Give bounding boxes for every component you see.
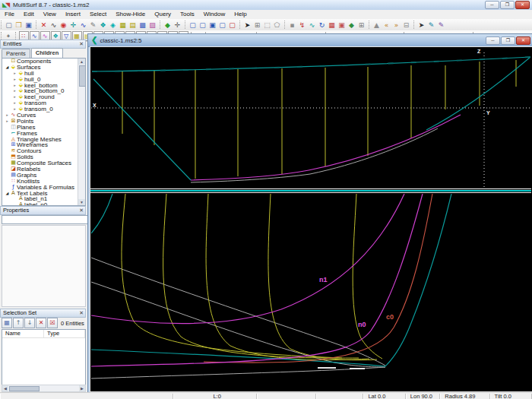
properties-panel-header[interactable]: Properties ✕	[0, 206, 86, 215]
minimize-button[interactable]: ─	[485, 1, 499, 9]
select-box-icon[interactable]: ⬚	[263, 21, 272, 30]
view-window-4-icon[interactable]: ▢	[218, 21, 227, 30]
close-icon[interactable]: ✕	[79, 207, 84, 214]
collapse-icon[interactable]: ◢	[5, 191, 10, 197]
select-arrow-icon[interactable]: ➤	[243, 21, 252, 30]
view-window-3-icon[interactable]: ▣	[208, 21, 217, 30]
edit-entity-icon[interactable]: ✎	[89, 21, 98, 30]
selection-hscrollbar[interactable]: ◀ ▶	[2, 385, 86, 392]
pane-divider[interactable]	[90, 188, 531, 194]
insert-mesh-icon[interactable]: ▦	[119, 21, 128, 30]
insert-bead-icon[interactable]: ✛	[69, 21, 78, 30]
stop-icon[interactable]: ⊟	[402, 21, 411, 30]
select-add-icon[interactable]: ⊞	[253, 21, 262, 30]
menu-insert[interactable]: Insert	[61, 10, 85, 19]
maximize-button[interactable]: ❐	[500, 1, 515, 9]
profile-view-pane[interactable]: X Z Y	[91, 48, 530, 188]
child-close-button[interactable]: ✕	[516, 36, 530, 45]
delete-entity-icon[interactable]: ✕	[40, 21, 49, 30]
menu-show-hide[interactable]: Show-Hide	[111, 10, 150, 19]
insert-lofted-surface-icon[interactable]: ◈	[109, 21, 118, 30]
selection-move-up-icon[interactable]: ↑	[13, 318, 24, 328]
cursor-edit-icon[interactable]: ✎	[427, 21, 436, 30]
scroll-right-icon[interactable]: ▶	[79, 385, 85, 391]
check-model-icon[interactable]: ◆	[347, 21, 356, 30]
new-file-icon[interactable]: ▢	[5, 21, 14, 30]
close-icon[interactable]: ✕	[79, 40, 84, 48]
scroll-down-icon[interactable]: ▼	[78, 199, 85, 205]
tree-scrollbar[interactable]: ▲ ▼	[78, 59, 85, 205]
selection-list-view-icon[interactable]: ▦	[2, 318, 12, 328]
menu-tools[interactable]: Tools	[176, 10, 199, 19]
child-restore-button[interactable]: ❐	[501, 36, 515, 45]
cursor-select-icon[interactable]: ➤	[417, 21, 426, 30]
collapse-icon[interactable]: ◢	[5, 65, 10, 71]
menu-file[interactable]: File	[0, 10, 19, 19]
insert-contour-icon[interactable]: ▤	[128, 21, 138, 30]
insert-surface-icon[interactable]: ❖	[99, 21, 108, 30]
snap-cursor-icon[interactable]: ⌖	[5, 32, 13, 40]
perspective-view-pane[interactable]: n1 n0 c0	[91, 194, 530, 388]
child-minimize-button[interactable]: ─	[486, 36, 500, 45]
column-name[interactable]: Name	[2, 330, 44, 337]
scroll-thumb[interactable]	[79, 65, 86, 87]
expand-icon[interactable]: ▸	[12, 100, 17, 106]
selection-move-down-icon[interactable]: ↓	[24, 318, 35, 328]
close-icon[interactable]: ✕	[79, 309, 84, 317]
step-forward-icon[interactable]: »	[392, 21, 401, 30]
play-icon[interactable]: ▲	[372, 21, 382, 30]
snap-toggle-icon[interactable]: ◆	[163, 21, 173, 30]
selection-list[interactable]: Name Type	[2, 329, 86, 386]
view-window-5-icon[interactable]: ▢	[228, 21, 237, 30]
scroll-left-icon[interactable]: ◀	[2, 385, 8, 391]
selection-remove-icon[interactable]: ✕	[36, 318, 46, 328]
insert-bspline-icon[interactable]: ∿	[79, 21, 88, 30]
scroll-up-icon[interactable]: ▲	[78, 59, 85, 65]
tree-item-surfaces[interactable]: ◢⬙Surfaces	[2, 65, 85, 71]
viewport-title-bar[interactable]: ❮ classic-1.ms2:5 ─❐✕	[88, 34, 532, 47]
red-mesh-icon[interactable]: ▦	[328, 21, 337, 30]
scroll-thumb[interactable]	[9, 386, 40, 391]
menu-view[interactable]: View	[39, 10, 61, 19]
view-window-1-icon[interactable]: ▢	[188, 21, 198, 30]
open-file-icon[interactable]: ❒	[14, 21, 24, 30]
expand-icon[interactable]: ▸	[12, 71, 17, 77]
tab-parents[interactable]: Parents	[2, 49, 30, 58]
selection-set-header[interactable]: Selection Set ✕	[0, 309, 86, 318]
expand-icon[interactable]: ▸	[5, 119, 10, 125]
save-icon[interactable]: ▣	[24, 21, 33, 30]
menu-help[interactable]: Help	[230, 10, 251, 19]
column-type[interactable]: Type	[44, 330, 85, 337]
rotate-entity-icon[interactable]: ↻	[318, 21, 327, 30]
tree-item-hull[interactable]: ▸⬙hull	[2, 71, 85, 77]
step-back-icon[interactable]: «	[382, 21, 391, 30]
menu-query[interactable]: Query	[150, 10, 176, 19]
menu-window[interactable]: Window	[199, 10, 230, 19]
expand-icon[interactable]: ▸	[12, 94, 17, 100]
cursor-query-icon[interactable]: ✎	[437, 21, 446, 30]
close-button[interactable]: ✕	[515, 1, 530, 9]
grid-icon[interactable]: ⊞	[357, 21, 366, 30]
tab-children[interactable]: Children	[31, 48, 63, 58]
red-surface-icon[interactable]: ▣	[337, 21, 347, 30]
expand-icon[interactable]: ▸	[12, 88, 17, 94]
status-pane	[0, 394, 173, 399]
selection-clear-icon[interactable]: ☒	[47, 318, 58, 328]
insert-wireframe-icon[interactable]: ▩	[138, 21, 147, 30]
measure-icon[interactable]: ▪	[288, 21, 297, 30]
expand-icon[interactable]: ▸	[12, 77, 17, 83]
menu-select[interactable]: Select	[85, 10, 111, 19]
insert-composite-icon[interactable]: ▨	[148, 21, 157, 30]
flowline-icon[interactable]: ∿	[308, 21, 317, 30]
menu-edit[interactable]: Edit	[19, 10, 39, 19]
expand-icon[interactable]: ▸	[5, 112, 10, 119]
curvature-icon[interactable]: ↯	[298, 21, 307, 30]
view-window-2-icon[interactable]: ▢	[198, 21, 207, 30]
status-l-0: L:0	[173, 394, 257, 399]
insert-point-icon[interactable]: ◉	[59, 21, 68, 30]
insert-curve-icon[interactable]: ∿	[49, 21, 59, 30]
expand-icon[interactable]: ▸	[12, 83, 17, 89]
pick-cursor-icon[interactable]: ✛	[173, 21, 182, 30]
select-poly-icon[interactable]: ⬠	[273, 21, 282, 30]
snap-group: ◆✛	[159, 19, 184, 30]
